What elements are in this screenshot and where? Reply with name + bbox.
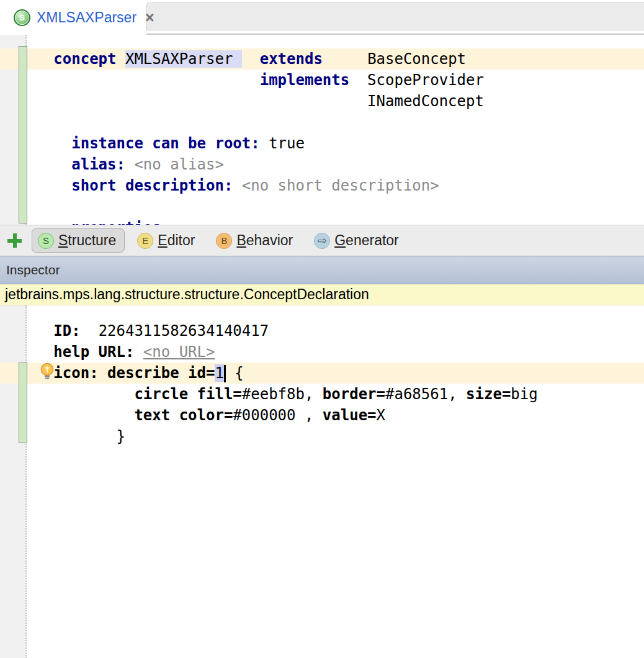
inspector-header[interactable]: Inspector	[0, 256, 644, 284]
code-line[interactable]: implements ScopeProvider	[0, 70, 644, 91]
tab-structure-label: Structure	[58, 232, 116, 249]
code-segment[interactable]: <no short description>	[242, 177, 439, 194]
inspector-editor-pane[interactable]: ID: 2264311582634140417 help URL: <no UR…	[0, 305, 644, 658]
code-segment	[27, 343, 53, 361]
code-line[interactable]: concept XMLSAXParser extends BaseConcept	[0, 48, 644, 70]
lightbulb-intention-icon[interactable]	[38, 363, 56, 381]
tab-structure[interactable]: S Structure	[32, 228, 125, 253]
behavior-icon: B	[216, 233, 232, 249]
code-segment[interactable]: BaseConcept	[367, 50, 466, 68]
code-line[interactable]	[0, 196, 644, 217]
code-segment[interactable]: fill=	[197, 385, 242, 403]
close-icon[interactable]: ×	[145, 11, 154, 24]
code-line[interactable]: icon: describe id=1 {	[0, 363, 644, 384]
code-segment[interactable]: color=	[179, 407, 233, 424]
code-segment	[117, 50, 125, 68]
code-segment[interactable]: <no URL>	[143, 343, 215, 361]
inspector-change-marker-bar	[19, 363, 27, 443]
code-segment	[188, 385, 197, 403]
code-segment[interactable]: ,	[296, 407, 323, 424]
code-segment	[170, 407, 179, 424]
code-segment[interactable]: 1	[215, 364, 223, 382]
code-segment[interactable]: instance can be root:	[71, 135, 259, 152]
code-segment[interactable]: text	[134, 407, 170, 424]
code-segment[interactable]: ,	[305, 385, 323, 403]
concept-declaration-path: jetbrains.mps.lang.structure.structure.C…	[5, 286, 369, 303]
editor-tab-strip: S XMLSAXParser ×	[0, 0, 644, 35]
code-line[interactable]: instance can be root: true	[0, 133, 644, 154]
code-segment[interactable]: true	[269, 135, 305, 152]
code-segment[interactable]: icon:	[53, 364, 98, 382]
code-segment[interactable]: ,	[448, 385, 466, 403]
code-segment[interactable]: big	[511, 385, 537, 403]
code-segment[interactable]: XMLSAXParser	[125, 50, 242, 68]
code-line[interactable]: text color=#000000 , value=X	[0, 405, 644, 426]
code-line[interactable]: ID: 2264311582634140417	[0, 320, 644, 341]
code-segment[interactable]: implements	[260, 71, 350, 89]
structure-icon: S	[38, 233, 54, 249]
code-segment	[27, 385, 134, 403]
code-segment[interactable]: circle	[134, 385, 188, 403]
editor-code: concept XMLSAXParser extends BaseConcept…	[0, 35, 644, 225]
code-segment[interactable]: id=	[188, 364, 215, 382]
code-segment[interactable]: value=	[323, 407, 377, 424]
code-segment[interactable]: concept	[53, 50, 116, 68]
add-aspect-icon[interactable]	[6, 232, 23, 249]
code-segment	[27, 156, 71, 173]
code-segment[interactable]: ID:	[53, 322, 80, 340]
code-segment[interactable]: X	[377, 407, 385, 424]
code-segment[interactable]: size=	[466, 385, 511, 403]
code-line[interactable]: short description: <no short description…	[0, 175, 644, 196]
generator-arrow-icon: ⇨	[314, 233, 330, 249]
code-segment	[27, 322, 53, 340]
inspector-code: ID: 2264311582634140417 help URL: <no UR…	[0, 305, 644, 447]
code-segment[interactable]: 2264311582634140417	[99, 322, 269, 340]
aspect-tab-bar: S Structure E Editor B Behavior ⇨ Genera…	[0, 225, 644, 256]
code-segment[interactable]: extends	[260, 50, 323, 68]
inspector-context-bar: jetbrains.mps.lang.structure.structure.C…	[0, 284, 644, 305]
mps-window: { "colors": { "current_line_highlight": …	[0, 0, 644, 658]
tab-behavior[interactable]: B Behavior	[210, 228, 302, 253]
code-segment[interactable]: short description:	[71, 177, 233, 194]
code-segment[interactable]: describe	[107, 364, 179, 382]
code-segment[interactable]: ScopeProvider	[367, 71, 484, 89]
code-segment	[125, 156, 134, 173]
code-segment[interactable]: #eebf8b	[242, 385, 305, 403]
concept-editor-pane[interactable]: concept XMLSAXParser extends BaseConcept…	[0, 35, 644, 225]
editor-icon: E	[137, 233, 153, 249]
code-segment[interactable]: {	[226, 364, 244, 382]
code-segment	[260, 135, 269, 152]
code-segment	[27, 50, 53, 68]
code-line[interactable]: INamedConcept	[0, 91, 644, 112]
code-line[interactable]	[0, 112, 644, 133]
code-segment[interactable]: border=	[323, 385, 385, 403]
tab-editor[interactable]: E Editor	[131, 228, 203, 253]
code-segment[interactable]: alias:	[71, 156, 125, 173]
code-segment[interactable]: help URL:	[53, 343, 134, 361]
code-segment[interactable]: properties:	[71, 219, 170, 225]
code-segment[interactable]: <no alias>	[134, 156, 224, 173]
tab-xmlsaxparser[interactable]: S XMLSAXParser ×	[0, 0, 146, 35]
code-segment	[242, 50, 260, 68]
code-segment	[27, 428, 117, 445]
code-segment[interactable]: #000000	[233, 407, 295, 424]
code-segment	[27, 92, 367, 110]
code-segment[interactable]: }	[117, 428, 125, 445]
code-segment	[99, 364, 107, 382]
code-segment	[27, 177, 71, 194]
code-segment	[81, 322, 99, 340]
inspector-title: Inspector	[6, 263, 60, 277]
code-line[interactable]: properties:	[0, 217, 644, 225]
code-segment	[27, 219, 71, 225]
code-line[interactable]: circle fill=#eebf8b, border=#a68561, siz…	[0, 384, 644, 405]
tab-generator[interactable]: ⇨ Generator	[308, 228, 408, 253]
code-line[interactable]: }	[0, 426, 644, 447]
change-marker-bar	[19, 46, 27, 223]
tab-strip-empty-area	[146, 2, 644, 31]
code-line[interactable]: alias: <no alias>	[0, 154, 644, 175]
code-segment[interactable]: INamedConcept	[367, 92, 484, 110]
code-segment[interactable]: #a68561	[385, 385, 448, 403]
code-line[interactable]: help URL: <no URL>	[0, 341, 644, 363]
code-segment	[323, 50, 367, 68]
tab-label: XMLSAXParser	[37, 9, 136, 26]
